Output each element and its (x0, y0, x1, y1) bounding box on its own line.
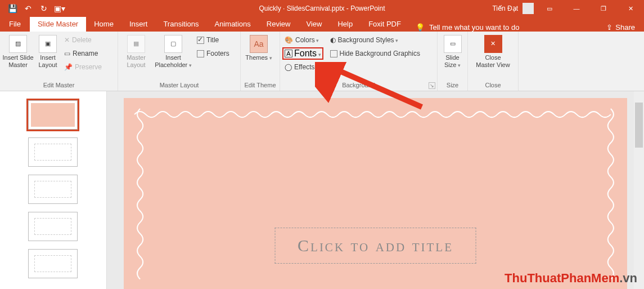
layout-thumb[interactable] (28, 137, 78, 167)
undo-button[interactable]: ↶ (21, 2, 35, 15)
layout-thumb[interactable] (28, 175, 78, 204)
user-name[interactable]: Tiến Đạt (492, 5, 518, 12)
insert-layout-icon: ▣ (39, 35, 57, 53)
tab-row: File Slide Master Home Insert Transition… (0, 17, 644, 32)
checkbox-icon (330, 50, 337, 57)
title-checkbox[interactable]: Title (195, 34, 232, 46)
title-bar: 💾 ↶ ↻ ▣▾ Quickly · SlidesCarnival.pptx -… (0, 0, 644, 17)
share-button[interactable]: ⇪ Share (597, 23, 644, 32)
group-close: ✕ Close Master View Close (468, 32, 519, 91)
themes-icon: Aa (250, 35, 268, 53)
delete-button: ✕ Delete (62, 34, 104, 46)
tab-transitions[interactable]: Transitions (155, 17, 206, 32)
master-layout-button[interactable]: ▦ Master Layout (120, 33, 152, 69)
group-label-master-layout: Master Layout (120, 81, 238, 91)
slide-master-thumb[interactable] (28, 100, 78, 130)
checkbox-icon (197, 50, 204, 57)
group-label-edit-master: Edit Master (2, 81, 115, 91)
svg-line-0 (332, 68, 422, 107)
vertical-scrollbar[interactable] (634, 91, 644, 289)
tab-insert[interactable]: Insert (121, 17, 156, 32)
thumbnail-panel[interactable] (0, 91, 107, 289)
close-window-button[interactable]: ✕ (619, 0, 642, 17)
delete-icon: ✕ (64, 36, 70, 44)
share-icon: ⇪ (606, 23, 613, 32)
dialog-launcher-icon[interactable]: ↘ (429, 82, 435, 89)
lightbulb-icon: 💡 (416, 23, 425, 32)
tab-home[interactable]: Home (86, 17, 121, 32)
effects-icon: ◯ (285, 63, 292, 71)
insert-slide-master-icon: ▨ (9, 35, 27, 53)
slide-size-icon: ▭ (444, 35, 462, 53)
redo-button[interactable]: ↻ (37, 2, 51, 15)
group-label-close: Close (470, 81, 516, 91)
window-title: Quickly · SlidesCarnival.pptx - PowerPoi… (259, 5, 385, 12)
rename-button[interactable]: ▭ Rename (62, 47, 104, 60)
close-icon: ✕ (484, 35, 502, 53)
group-edit-theme: Aa Themes Edit Theme (241, 32, 280, 91)
group-label-edit-theme: Edit Theme (243, 81, 277, 91)
hide-background-checkbox[interactable]: Hide Background Graphics (328, 47, 422, 60)
user-avatar-icon[interactable] (523, 3, 534, 14)
tab-animations[interactable]: Animations (207, 17, 259, 32)
tab-slide-master[interactable]: Slide Master (30, 17, 86, 32)
group-size: ▭ Slide Size Size (438, 32, 468, 91)
master-layout-icon: ▦ (127, 35, 145, 53)
insert-layout-button[interactable]: ▣ Insert Layout (35, 33, 61, 69)
save-button[interactable]: 💾 (6, 2, 19, 15)
rename-icon: ▭ (64, 50, 70, 57)
close-master-view-button[interactable]: ✕ Close Master View (470, 33, 516, 69)
group-master-layout: ▦ Master Layout ▢ Insert Placeholder Tit… (118, 32, 241, 91)
tell-me-search[interactable]: 💡 Tell me what you want to do (409, 23, 526, 32)
preserve-icon: 📌 (64, 63, 73, 71)
insert-placeholder-button[interactable]: ▢ Insert Placeholder (153, 33, 193, 69)
slide-size-button[interactable]: ▭ Slide Size (440, 33, 465, 69)
layout-thumb[interactable] (28, 249, 78, 278)
group-edit-master: ▨ Insert Slide Master ▣ Insert Layout ✕ … (0, 32, 118, 91)
annotation-arrow-icon (315, 62, 427, 113)
slide-canvas[interactable]: Click to add title (107, 91, 644, 289)
group-label-size: Size (440, 81, 465, 91)
layout-thumb[interactable] (28, 212, 78, 241)
themes-button[interactable]: Aa Themes (243, 33, 274, 61)
footers-checkbox[interactable]: Footers (195, 47, 232, 60)
fonts-icon: A (285, 50, 292, 57)
tab-help[interactable]: Help (330, 17, 361, 32)
insert-placeholder-icon: ▢ (164, 35, 182, 53)
quick-access-toolbar: 💾 ↶ ↻ ▣▾ (0, 2, 66, 15)
insert-slide-master-button[interactable]: ▨ Insert Slide Master (2, 33, 34, 69)
watermark-text: ThuThuatPhanMem.vn (505, 271, 637, 286)
slide: Click to add title (124, 98, 627, 289)
tab-view[interactable]: View (298, 17, 330, 32)
start-from-beginning-button[interactable]: ▣▾ (53, 2, 66, 15)
tab-foxit-pdf[interactable]: Foxit PDF (361, 17, 409, 32)
ribbon-display-button[interactable]: ▭ (538, 0, 561, 17)
restore-button[interactable]: ❐ (592, 0, 615, 17)
workspace: Click to add title (0, 91, 644, 289)
colors-button[interactable]: 🎨 Colors (282, 34, 323, 46)
title-placeholder[interactable]: Click to add title (274, 228, 476, 264)
colors-icon: 🎨 (285, 36, 293, 44)
preserve-button: 📌 Preserve (62, 61, 104, 73)
checkbox-icon (197, 37, 204, 44)
background-styles-icon: ◐ (330, 36, 336, 44)
tab-file[interactable]: File (0, 17, 30, 32)
minimize-button[interactable]: — (565, 0, 588, 17)
fonts-button[interactable]: A Fonts (282, 47, 323, 60)
tab-review[interactable]: Review (259, 17, 299, 32)
background-styles-button[interactable]: ◐ Background Styles (328, 34, 422, 46)
